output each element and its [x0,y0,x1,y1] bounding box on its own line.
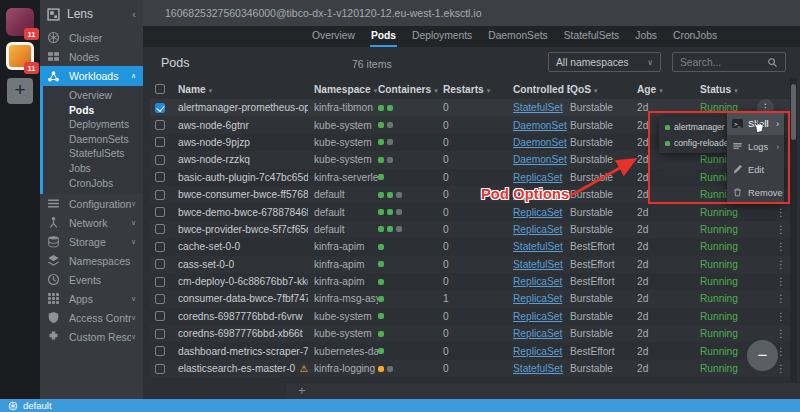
table-row[interactable]: bwce-provider-bwce-5f7cf65ddd-... defaul… [150,221,790,238]
controlled-by-link[interactable]: ReplicaSet [513,224,562,235]
controlled-by-link[interactable]: ReplicaSet [513,172,562,183]
table-row[interactable]: cm-deploy-0-6c88676bb7-kkqzm kinfra-apim… [150,273,790,290]
sidebar-subitem-overview[interactable]: Overview [43,89,143,104]
tab-overview[interactable]: Overview [311,26,356,47]
row-checkbox[interactable] [155,311,165,321]
table-row[interactable]: cache-set-0-0 kinfra-apim 0 StatefulSet … [150,238,790,255]
sidebar-item-nodes[interactable]: Nodes [40,47,143,66]
tab-jobs[interactable]: Jobs [634,26,658,47]
column-header-namespace[interactable]: Namespace▾ [314,84,378,95]
menu-item-remove[interactable]: Remove [727,181,784,204]
controlled-by-link[interactable]: StatefulSet [513,259,563,270]
zoom-out-button[interactable]: − [747,340,778,371]
namespace-filter-select[interactable]: All namespaces ∨ [548,52,661,72]
tab-statefulsets[interactable]: StatefulSets [563,26,621,47]
column-header-age[interactable]: Age▾ [637,84,700,95]
controlled-by-link[interactable]: DaemonSet [513,120,567,131]
row-checkbox[interactable] [155,120,165,130]
sidebar-item-namespaces[interactable]: Namespaces [40,251,143,270]
controlled-by-link[interactable]: DaemonSet [513,137,567,148]
row-checkbox[interactable] [155,329,165,339]
sidebar-subitem-daemonsets[interactable]: DaemonSets [43,133,143,148]
column-header-status[interactable]: Status▾ [700,84,770,95]
sidebar-item-custom-resources[interactable]: Custom Resources∨ [40,327,143,346]
menu-item-edit[interactable]: Edit [727,158,784,181]
tab-daemonsets[interactable]: DaemonSets [487,26,549,47]
column-header-name[interactable]: Name▾ [178,84,314,95]
row-checkbox[interactable] [155,364,165,374]
controlled-by-link[interactable]: ReplicaSet [513,311,562,322]
row-checkbox[interactable] [155,242,165,252]
menu-item-logs[interactable]: Logs› [727,135,784,158]
row-checkbox[interactable] [155,346,165,356]
row-checkbox[interactable] [155,190,165,200]
row-menu-button[interactable]: ⋮ [770,224,792,235]
column-header-restarts[interactable]: Restarts▾ [443,84,513,95]
column-header-controlled-by[interactable]: Controlled By▾ [513,84,570,95]
sidebar-subitem-pods[interactable]: Pods [43,104,143,119]
row-menu-button[interactable]: ⋮ [770,311,792,322]
sidebar-subitem-cronjobs[interactable]: CronJobs [43,177,143,192]
select-all-checkbox[interactable] [155,84,165,94]
tab-pods[interactable]: Pods [370,26,397,47]
column-header-qos[interactable]: QoS▾ [570,84,637,95]
table-row[interactable]: elasticsearch-es-master-0⚠ kinfra-loggin… [150,360,790,377]
tab-deployments[interactable]: Deployments [411,26,473,47]
row-checkbox[interactable] [155,277,165,287]
container-menu-item[interactable]: alertmanager [659,119,728,135]
controlled-by-link[interactable]: StatefulSet [513,363,563,374]
controlled-by-link[interactable]: ReplicaSet [513,276,562,287]
row-checkbox[interactable] [155,155,165,165]
row-menu-button[interactable]: ⋮ [770,241,792,252]
controlled-by-link[interactable]: ReplicaSet [513,293,562,304]
row-menu-button[interactable]: ⋮ [770,328,792,339]
sidebar-item-storage[interactable]: Storage∨ [40,232,143,251]
sidebar-item-apps[interactable]: Apps∨ [40,289,143,308]
table-row[interactable]: aws-node-rzzkq kube-system 0 DaemonSet B… [150,151,790,168]
sidebar-item-network[interactable]: Network∨ [40,213,143,232]
sidebar-collapse-button[interactable]: ‹ [132,8,136,20]
controlled-by-link[interactable]: StatefulSet [513,241,563,252]
row-menu-button[interactable]: ⋮ [770,259,792,270]
row-checkbox[interactable] [155,103,165,113]
table-row[interactable]: cass-set-0-0 kinfra-apim 0 StatefulSet B… [150,256,790,273]
row-menu-button[interactable]: ⋮ [770,293,792,304]
row-menu-button[interactable]: ⋮ [770,207,792,218]
table-row[interactable]: alertmanager-prometheus-oper-k... kinfra… [150,99,790,116]
controlled-by-link[interactable]: DaemonSet [513,154,567,165]
tab-cronjobs[interactable]: CronJobs [672,26,718,47]
row-checkbox[interactable] [155,137,165,147]
row-checkbox[interactable] [155,172,165,182]
new-tab-button[interactable]: + [298,383,306,398]
controlled-by-link[interactable]: ReplicaSet [513,328,562,339]
search-input[interactable] [680,57,767,68]
sidebar-subitem-jobs[interactable]: Jobs [43,162,143,177]
sidebar-item-events[interactable]: Events [40,270,143,289]
container-menu-item[interactable]: config-reloader [659,135,728,151]
table-row[interactable]: consumer-data-bwce-7fbf7474ff... kinfra-… [150,290,790,307]
sidebar-item-configuration[interactable]: Configuration∨ [40,194,143,213]
scrollbar-thumb[interactable] [791,84,796,140]
cluster-icon-orange[interactable]: 11 [6,42,34,70]
row-checkbox[interactable] [155,224,165,234]
table-row[interactable]: bwce-demo-bwce-67887846fd-lj... default … [150,203,790,220]
sidebar-item-workloads[interactable]: Workloads ∧ [40,66,143,86]
cluster-icon-purple[interactable]: 11 [6,8,34,36]
controlled-by-link[interactable]: ReplicaSet [513,346,562,357]
table-row[interactable]: coredns-6987776bbd-xb66t kube-system 0 R… [150,325,790,342]
controlled-by-link[interactable]: StatefulSet [513,102,563,113]
table-row[interactable]: basic-auth-plugin-7c47bc65d6-2... kinfra… [150,169,790,186]
row-checkbox[interactable] [155,294,165,304]
column-header-containers[interactable]: Containers▾ [378,84,443,95]
sidebar-item-access-control[interactable]: Access Control∨ [40,308,143,327]
table-row[interactable]: coredns-6987776bbd-r6vrw kube-system 0 R… [150,308,790,325]
row-checkbox[interactable] [155,259,165,269]
sidebar-item-cluster[interactable]: Cluster [40,28,143,47]
sidebar-subitem-statefulsets[interactable]: StatefulSets [43,147,143,162]
row-menu-button[interactable]: ⋮ [770,276,792,287]
add-cluster-button[interactable]: + [7,78,33,104]
controlled-by-link[interactable]: ReplicaSet [513,207,562,218]
sidebar-subitem-deployments[interactable]: Deployments [43,118,143,133]
table-row[interactable]: dashboard-metrics-scraper-7b64... kubern… [150,342,790,359]
table-row[interactable]: bwce-consumer-bwce-ff57684fc... default … [150,186,790,203]
